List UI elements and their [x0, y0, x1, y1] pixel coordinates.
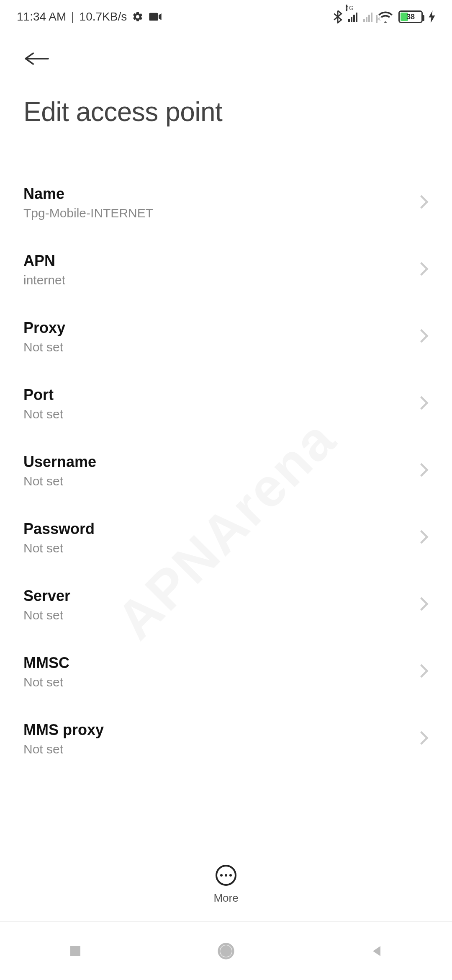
arrow-left-icon: [23, 50, 50, 67]
setting-label: Proxy: [23, 319, 65, 337]
setting-label: Port: [23, 386, 63, 404]
setting-row-mms-proxy[interactable]: MMS proxy Not set: [23, 705, 429, 772]
setting-row-username[interactable]: Username Not set: [23, 437, 429, 504]
square-icon: [68, 944, 83, 959]
svg-rect-1: [70, 946, 80, 956]
chevron-right-icon: [419, 328, 429, 346]
triangle-left-icon: [369, 944, 384, 959]
setting-row-apn[interactable]: APN internet: [23, 236, 429, 303]
chevron-right-icon: [419, 194, 429, 211]
status-left: 11:34 AM | 10.7KB/s: [17, 10, 162, 23]
setting-label: MMSC: [23, 654, 69, 672]
more-button[interactable]: [216, 865, 236, 886]
nav-back-button[interactable]: [364, 939, 389, 964]
setting-row-password[interactable]: Password Not set: [23, 504, 429, 571]
fade-overlay: [0, 833, 452, 859]
circle-icon: [216, 941, 236, 961]
setting-label: APN: [23, 252, 65, 270]
setting-value: Tpg-Mobile-INTERNET: [23, 206, 153, 220]
svg-point-3: [221, 946, 231, 956]
chevron-right-icon: [419, 730, 429, 748]
setting-row-name[interactable]: Name Tpg-Mobile-INTERNET: [23, 169, 429, 236]
charging-icon: [429, 10, 435, 23]
setting-row-port[interactable]: Port Not set: [23, 370, 429, 437]
battery-percent: 38: [400, 13, 421, 21]
nav-recent-button[interactable]: [63, 939, 88, 964]
signal-2-icon: ✕: [363, 11, 372, 22]
more-dots-icon: [220, 874, 232, 877]
setting-label: Username: [23, 453, 96, 471]
page-title: Edit access point: [23, 96, 429, 127]
more-label: More: [213, 892, 238, 905]
setting-value: internet: [23, 273, 65, 287]
chevron-right-icon: [419, 395, 429, 413]
status-divider: |: [71, 10, 74, 23]
settings-list: Name Tpg-Mobile-INTERNET APN internet Pr…: [0, 169, 452, 772]
gear-icon: [132, 11, 144, 23]
chevron-right-icon: [419, 663, 429, 681]
bottom-action: More: [0, 856, 452, 905]
setting-value: Not set: [23, 742, 104, 756]
signal-1-icon: 4G: [348, 11, 357, 22]
setting-row-server[interactable]: Server Not set: [23, 571, 429, 638]
bluetooth-icon: [333, 10, 342, 23]
setting-row-proxy[interactable]: Proxy Not set: [23, 303, 429, 370]
status-bar: 11:34 AM | 10.7KB/s 4G ✕ 38: [0, 0, 452, 34]
chevron-right-icon: [419, 462, 429, 480]
header: Edit access point: [0, 34, 452, 127]
chevron-right-icon: [419, 596, 429, 614]
setting-value: Not set: [23, 474, 96, 488]
chevron-right-icon: [419, 529, 429, 547]
setting-row-mmsc[interactable]: MMSC Not set: [23, 638, 429, 705]
network-type: 4G: [346, 5, 347, 11]
battery-icon: 38: [398, 10, 423, 23]
status-right: 4G ✕ 38: [333, 10, 435, 23]
status-time: 11:34 AM: [17, 10, 66, 23]
setting-label: Password: [23, 520, 95, 538]
setting-value: Not set: [23, 407, 63, 421]
setting-value: Not set: [23, 608, 70, 622]
nav-home-button[interactable]: [213, 939, 239, 964]
back-button[interactable]: [23, 46, 53, 71]
svg-rect-0: [149, 13, 158, 21]
setting-value: Not set: [23, 541, 95, 555]
camera-icon: [149, 12, 162, 22]
setting-label: Server: [23, 587, 70, 605]
setting-label: Name: [23, 185, 153, 203]
setting-label: MMS proxy: [23, 721, 104, 739]
setting-value: Not set: [23, 675, 69, 689]
chevron-right-icon: [419, 261, 429, 279]
setting-value: Not set: [23, 340, 65, 354]
navigation-bar: [0, 921, 452, 980]
status-speed: 10.7KB/s: [80, 10, 127, 23]
